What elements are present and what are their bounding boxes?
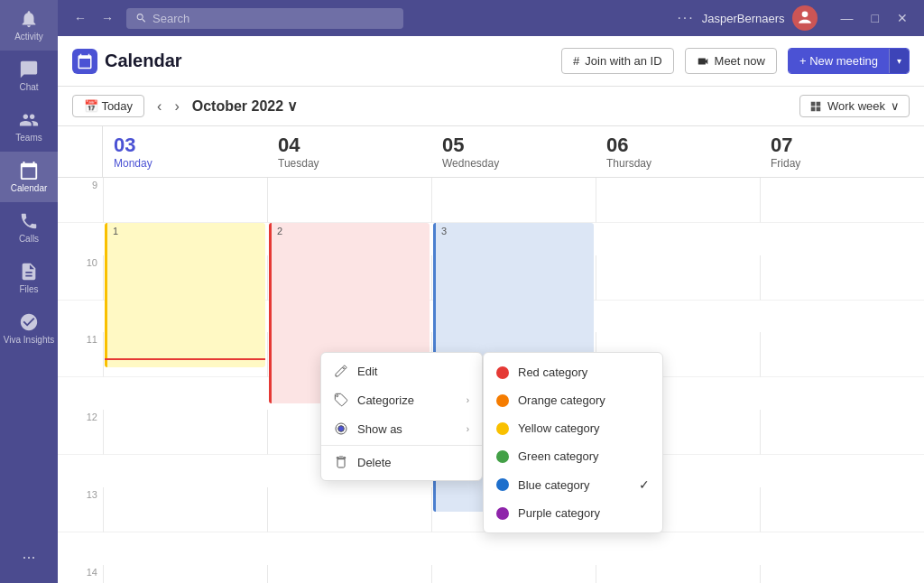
sidebar-item-files[interactable]: Files — [0, 253, 58, 303]
sidebar-item-calendar[interactable]: Calendar — [0, 152, 58, 202]
cell-fri-13[interactable] — [760, 487, 924, 532]
chat-icon — [19, 60, 39, 79]
calendar-header: Calendar # Join with an ID Meet now + Ne… — [58, 36, 924, 87]
category-purple[interactable]: Purple category — [484, 499, 662, 527]
category-orange[interactable]: Orange category — [484, 386, 662, 414]
sidebar-label-activity: Activity — [14, 32, 43, 42]
cell-mon-12[interactable] — [103, 410, 267, 455]
search-input[interactable] — [152, 12, 394, 25]
trash-icon — [334, 455, 348, 469]
sidebar-more-button[interactable]: ··· — [0, 541, 58, 574]
categorize-arrow: › — [467, 395, 469, 405]
avatar — [792, 5, 818, 31]
close-button[interactable]: ✕ — [892, 9, 913, 27]
meet-now-button[interactable]: Meet now — [685, 48, 777, 74]
time-9: 9 — [58, 178, 103, 223]
view-selector[interactable]: Work week ∨ — [799, 95, 910, 117]
show-as-icon — [334, 421, 348, 436]
cell-thu-14[interactable] — [596, 565, 760, 583]
orange-dot — [496, 394, 509, 407]
tag-icon — [334, 393, 348, 407]
join-id-button[interactable]: # Join with an ID — [561, 48, 674, 74]
cell-tue-9[interactable] — [267, 178, 431, 223]
cell-fri-12[interactable] — [760, 410, 924, 455]
sidebar-item-calls[interactable]: Calls — [0, 202, 58, 253]
event-mon-1[interactable]: 1 — [105, 223, 265, 367]
back-button[interactable]: ← — [69, 7, 92, 29]
cell-fri-11[interactable] — [760, 332, 924, 377]
edit-icon — [334, 364, 348, 378]
category-green[interactable]: Green category — [484, 442, 662, 470]
sidebar: Activity Chat Teams Calendar Calls Files… — [0, 0, 58, 583]
topbar: ← → ··· JasperBernaers — □ ✕ — [58, 0, 924, 36]
blue-check: ✓ — [639, 477, 650, 492]
prev-week-button[interactable]: ‹ — [152, 95, 167, 118]
day-header-thu: 06 Thursday — [596, 126, 760, 177]
time-12: 12 — [58, 410, 103, 455]
context-show-as[interactable]: Show as › — [321, 414, 482, 443]
search-box[interactable] — [126, 8, 403, 29]
cell-thu-9[interactable] — [596, 178, 760, 223]
context-menu: Edit Categorize › Show as › Delete — [320, 352, 483, 481]
cell-wed-14[interactable] — [431, 565, 596, 583]
cell-tue-13[interactable] — [267, 487, 431, 532]
cell-mon-13[interactable] — [103, 487, 267, 532]
category-red[interactable]: Red category — [484, 358, 662, 386]
today-button[interactable]: 📅 Today — [72, 95, 144, 117]
purple-dot — [496, 507, 509, 520]
forward-button[interactable]: → — [96, 7, 119, 29]
show-as-arrow: › — [467, 424, 469, 434]
cell-tue-14[interactable] — [267, 565, 431, 583]
time-13: 13 — [58, 487, 103, 532]
category-blue[interactable]: Blue category ✓ — [484, 470, 662, 499]
sidebar-item-teams[interactable]: Teams — [0, 101, 58, 152]
categories-submenu: Red category Orange category Yellow cate… — [483, 352, 663, 533]
maximize-button[interactable]: □ — [866, 9, 884, 27]
time-14: 14 — [58, 565, 103, 583]
username-label: JasperBernaers — [702, 12, 785, 25]
new-meeting-dropdown[interactable]: ▾ — [889, 49, 909, 73]
time-10: 10 — [58, 255, 103, 301]
sidebar-item-insights[interactable]: Viva Insights — [0, 303, 58, 354]
svg-point-2 — [338, 426, 345, 432]
topbar-dots[interactable]: ··· — [677, 10, 694, 26]
sidebar-label-teams: Teams — [15, 133, 42, 143]
month-chevron-icon: ∨ — [287, 97, 298, 115]
month-picker[interactable]: October 2022 ∨ — [192, 97, 298, 115]
red-dot — [496, 366, 509, 379]
sidebar-label-calendar: Calendar — [11, 183, 48, 193]
cell-mon-14[interactable] — [103, 565, 267, 583]
sidebar-label-insights: Viva Insights — [4, 335, 55, 345]
calendar-icon — [19, 161, 39, 180]
cell-fri-14[interactable] — [760, 565, 924, 583]
cell-mon-9[interactable] — [103, 178, 267, 223]
day-header-wed: 05 Wednesday — [431, 126, 596, 177]
cell-fri-10[interactable] — [760, 255, 924, 301]
calendar-title-text: Calendar — [105, 51, 182, 71]
search-icon — [135, 12, 147, 24]
calendar-mini-icon: 📅 — [84, 99, 98, 113]
context-categorize[interactable]: Categorize › — [321, 385, 482, 414]
calendar-logo-icon — [77, 53, 93, 69]
files-icon — [19, 262, 39, 282]
yellow-dot — [496, 422, 509, 435]
view-chevron-icon: ∨ — [891, 99, 900, 113]
next-week-button[interactable]: › — [169, 95, 184, 118]
sidebar-item-chat[interactable]: Chat — [0, 51, 58, 101]
cell-fri-9[interactable] — [760, 178, 924, 223]
new-meeting-button[interactable]: + New meeting — [789, 49, 889, 73]
new-meeting-split-button: + New meeting ▾ — [788, 48, 910, 74]
calendar-title: Calendar — [72, 49, 182, 74]
user-profile[interactable]: JasperBernaers — [702, 5, 818, 31]
svg-point-0 — [801, 12, 808, 18]
day-header-fri: 07 Friday — [760, 126, 924, 177]
cell-thu-10[interactable] — [596, 255, 760, 301]
sidebar-label-calls: Calls — [19, 234, 39, 244]
cell-wed-9[interactable] — [431, 178, 596, 223]
sidebar-item-activity[interactable]: Activity — [0, 0, 58, 51]
minimize-button[interactable]: — — [836, 9, 859, 27]
category-yellow[interactable]: Yellow category — [484, 414, 662, 442]
context-edit[interactable]: Edit — [321, 356, 482, 385]
context-delete[interactable]: Delete — [321, 448, 482, 477]
video-icon — [697, 55, 709, 68]
